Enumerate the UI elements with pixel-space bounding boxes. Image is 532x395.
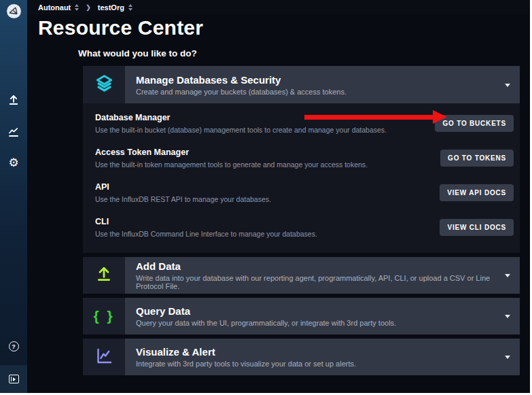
panel-query-data: { } Query Data Query your data with the …	[83, 298, 520, 334]
braces-icon: { }	[93, 308, 114, 324]
feedback-icon	[9, 375, 19, 383]
line-chart-icon	[7, 126, 20, 141]
panel-manage-databases-header[interactable]: Manage Databases & Security Create and m…	[83, 66, 520, 103]
detail-description: Use the InfluxDB REST API to manage your…	[95, 195, 271, 203]
panel-visualize-alert: Visualize & Alert Integrate with 3rd par…	[83, 339, 520, 375]
panel-title: Manage Databases & Security	[136, 74, 497, 86]
detail-description: Use the built-in bucket (database) manag…	[95, 126, 387, 134]
panel-manage-databases-details: Database Manager Use the built-in bucket…	[83, 103, 520, 253]
chevron-down-icon	[505, 84, 510, 87]
sidebar: ⚙ ?	[0, 0, 27, 393]
panel-description: Write data into your database with our r…	[136, 274, 497, 290]
detail-title: CLI	[95, 217, 317, 226]
sidebar-item-help[interactable]: ?	[0, 341, 27, 351]
panel-icon-cell	[83, 257, 125, 294]
app-window: ⚙ ? Autonaut ❯ testOrg Resource Center W…	[0, 0, 532, 395]
chevron-down-icon	[505, 274, 510, 277]
detail-title: API	[95, 182, 271, 192]
panel-header-body: Add Data Write data into your database w…	[125, 257, 520, 294]
panel-description: Create and manage your buckets (database…	[136, 88, 497, 96]
detail-text: CLI Use the InfluxDB Command Line Interf…	[95, 217, 317, 238]
breadcrumb-account-label: Autonaut	[38, 3, 71, 12]
breadcrumb-org-label: testOrg	[98, 3, 124, 12]
go-to-buckets-button[interactable]: GO TO BUCKETS	[435, 115, 514, 132]
detail-title: Database Manager	[95, 113, 387, 122]
panel-title: Visualize & Alert	[136, 346, 497, 358]
topbar: Autonaut ❯ testOrg	[27, 0, 532, 15]
view-cli-docs-button[interactable]: VIEW CLI DOCS	[440, 219, 514, 236]
detail-text: Database Manager Use the built-in bucket…	[95, 113, 387, 134]
breadcrumb-account-switcher[interactable]: Autonaut	[38, 3, 86, 12]
panel-icon-cell: { }	[83, 298, 125, 334]
panel-header-body: Manage Databases & Security Create and m…	[125, 66, 520, 103]
view-api-docs-button[interactable]: VIEW API DOCS	[440, 184, 514, 201]
panel-icon-cell	[83, 66, 125, 103]
sidebar-item-load-data[interactable]	[0, 94, 27, 109]
sidebar-item-settings[interactable]: ⚙	[0, 157, 27, 169]
page-subtitle: What would you like to do?	[78, 48, 197, 58]
detail-row-database-manager: Database Manager Use the built-in bucket…	[83, 106, 520, 141]
help-icon: ?	[9, 341, 19, 351]
go-to-tokens-button[interactable]: GO TO TOKENS	[440, 150, 514, 167]
chevron-down-icon	[505, 356, 510, 359]
panel-description: Query your data with the UI, programmati…	[136, 319, 497, 327]
panel-add-data: Add Data Write data into your database w…	[83, 257, 520, 294]
breadcrumb-separator-icon: ❯	[86, 4, 91, 11]
org-switch-caret-icon	[128, 4, 132, 11]
sidebar-item-data-explorer[interactable]	[0, 126, 27, 141]
chevron-down-icon	[505, 315, 510, 318]
panel-add-data-header[interactable]: Add Data Write data into your database w…	[83, 257, 520, 294]
panel-header-body: Query Data Query your data with the UI, …	[125, 298, 520, 334]
detail-row-cli: CLI Use the InfluxDB Command Line Interf…	[83, 210, 520, 245]
detail-row-access-token-manager: Access Token Manager Use the built-in to…	[83, 141, 520, 175]
detail-row-api: API Use the InfluxDB REST API to manage …	[83, 175, 520, 210]
page-title: Resource Center	[38, 16, 203, 39]
panel-title: Query Data	[136, 305, 497, 317]
detail-description: Use the built-in token management tools …	[95, 160, 368, 169]
detail-description: Use the InfluxDB Command Line Interface …	[95, 230, 317, 238]
panel-manage-databases: Manage Databases & Security Create and m…	[83, 66, 520, 253]
influxdb-logo[interactable]	[0, 4, 27, 18]
breadcrumb-org-switcher[interactable]: testOrg	[98, 3, 139, 12]
influxdb-logo-icon	[7, 4, 21, 18]
panel-icon-cell	[83, 339, 125, 375]
panel-header-body: Visualize & Alert Integrate with 3rd par…	[125, 339, 520, 375]
gear-icon: ⚙	[8, 157, 18, 169]
account-switch-caret-icon	[75, 4, 79, 11]
panel-description: Integrate with 3rd party tools to visual…	[136, 360, 497, 368]
resource-center-panels: Manage Databases & Security Create and m…	[83, 66, 520, 379]
detail-text: Access Token Manager Use the built-in to…	[95, 148, 368, 169]
line-chart-icon	[95, 347, 113, 368]
upload-icon	[7, 94, 20, 109]
sidebar-item-feedback[interactable]	[0, 375, 27, 383]
layers-icon	[95, 74, 113, 95]
detail-title: Access Token Manager	[95, 148, 368, 157]
upload-icon	[95, 265, 113, 286]
panel-title: Add Data	[136, 260, 497, 272]
panel-visualize-alert-header[interactable]: Visualize & Alert Integrate with 3rd par…	[83, 339, 520, 375]
detail-text: API Use the InfluxDB REST API to manage …	[95, 182, 271, 203]
panel-query-data-header[interactable]: { } Query Data Query your data with the …	[83, 298, 520, 334]
